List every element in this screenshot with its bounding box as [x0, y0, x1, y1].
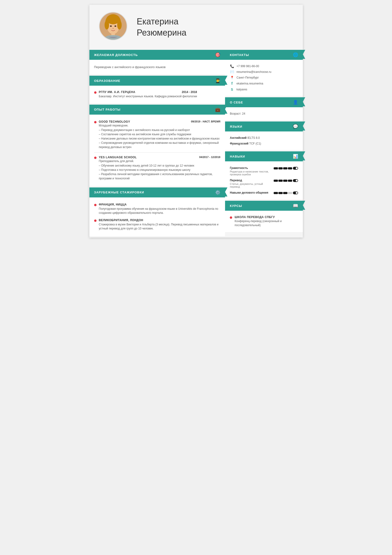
speech-icon: 💬 — [293, 124, 298, 129]
avatar-wrapper — [99, 12, 130, 43]
internships-header: ЗАРУБЕЖНЫЕ СТАЖИРОВКИ ⚙️ — [89, 187, 225, 197]
bar-seg — [278, 180, 283, 182]
header-section: Екатерина Резюмерина — [89, 5, 303, 50]
svg-point-8 — [112, 28, 114, 29]
bar-seg — [283, 167, 287, 169]
last-name: Резюмерина — [137, 27, 187, 38]
bar-seg — [283, 192, 287, 194]
svg-point-6 — [110, 25, 112, 27]
divider — [94, 152, 221, 153]
internships-body: ФРАНЦИЯ, НИЦЦА Полугодовая программа обу… — [89, 197, 225, 236]
bullet-icon — [94, 204, 97, 206]
experience-body: GOOD TECHNOLOGY 09/2019 - НАСТ. ВРЕМЯ Мл… — [89, 115, 225, 186]
intern-desc-2: Стажировка в музее Виктории и Альберта (… — [99, 223, 221, 231]
work-details-1: GOOD TECHNOLOGY 09/2019 - НАСТ. ВРЕМЯ Мл… — [99, 120, 221, 149]
first-name: Екатерина — [137, 16, 187, 27]
languages-header: ЯЗЫКИ 💬 — [225, 122, 303, 131]
avatar — [99, 12, 127, 40]
course-org-1: ШКОЛА ПЕРЕВОДА СПБГУ — [235, 215, 298, 219]
about-header: О СЕБЕ 👤 — [225, 97, 303, 107]
contact-location-text: Санкт-Петербург — [236, 76, 259, 79]
contacts-title: КОНТАКТЫ — [230, 53, 249, 57]
experience-title: ОПЫТ РАБОТЫ — [94, 108, 121, 111]
education-title: ОБРАЗОВАНИЕ — [94, 79, 121, 83]
lang-level-2: TCF (C1) — [249, 142, 261, 145]
bullet-icon — [94, 91, 97, 94]
work-org-2: YES LANGUAGE SCHOOL — [99, 156, 137, 159]
work-item-header-1: GOOD TECHNOLOGY 09/2019 - НАСТ. ВРЕМЯ — [99, 120, 221, 123]
skill-item-1: Грамотность Редактура и написание тексто… — [230, 165, 298, 177]
desired-position-body: Переводчик с английского и французского … — [89, 60, 225, 74]
bar-seg — [288, 180, 292, 182]
about-text: Возраст: 24 — [230, 111, 298, 117]
bullet-icon — [94, 121, 97, 123]
intern-desc-1: Полугодовая программа обучения на францу… — [99, 207, 221, 215]
target-icon: 🎯 — [215, 52, 220, 58]
intern-org-1: ФРАНЦИЯ, НИЦЦА — [99, 203, 221, 206]
book-icon: 📖 — [293, 203, 298, 208]
bullet-icon — [230, 216, 232, 219]
bar-seg — [274, 192, 278, 194]
edu-year: 2014 - 2018 — [182, 90, 197, 94]
contact-phone-text: +7 999 981-66-00 — [236, 65, 259, 68]
skill-row-3: Навыки делового общения — [230, 191, 298, 194]
skill-text-1: Грамотность Редактура и написание тексто… — [230, 166, 271, 176]
education-header: ОБРАЗОВАНИЕ 👨‍🎓 — [89, 76, 225, 86]
bar-seg — [278, 192, 283, 194]
lang-item-2: Французский TCF (C1) — [230, 141, 298, 146]
lang-item-1: Английский IELTS 8.0 — [230, 135, 298, 141]
intern-item-2: ВЕЛИКОБРИТАНИЯ, ЛОНДОН Стажировка в музе… — [94, 217, 221, 233]
intern-item-1: ФРАНЦИЯ, НИЦЦА Полугодовая программа обу… — [94, 201, 221, 217]
bar-seg — [274, 180, 278, 182]
about-title: О СЕБЕ — [230, 101, 243, 104]
contacts-header: КОНТАКТЫ 🌐 — [225, 50, 303, 60]
desired-position-text: Переводчик с английского и французского … — [94, 63, 221, 71]
contact-phone: 📞 +7 999 981-66-00 — [230, 63, 298, 69]
course-desc-1: Конференц-перевод (синхронный и последов… — [235, 219, 298, 227]
skype-icon: S — [230, 88, 234, 91]
svg-point-4 — [104, 20, 109, 29]
facebook-icon: f — [230, 81, 234, 86]
skill-bar-1 — [273, 166, 298, 170]
skill-text-3: Навыки делового общения — [230, 191, 271, 194]
lang-name-1: Английский — [230, 136, 246, 139]
education-item-header: РГПУ ИМ. А.И. ГЕРЦЕНА 2014 - 2018 — [99, 90, 197, 94]
education-details: РГПУ ИМ. А.И. ГЕРЦЕНА 2014 - 2018 Бакала… — [99, 90, 197, 98]
bar-seg — [274, 167, 278, 169]
bullet-icon — [94, 219, 97, 222]
skill-item-3: Навыки делового общения — [230, 190, 298, 196]
skill-desc-2: Статьи, документы, устный перевод — [230, 183, 271, 188]
education-icon: 👨‍🎓 — [215, 78, 220, 83]
briefcase-icon: 💼 — [215, 107, 220, 112]
bar-toggle — [293, 191, 298, 194]
header-name: Екатерина Резюмерина — [137, 16, 187, 38]
filter-icon: ⚙️ — [215, 190, 220, 195]
bar-seg — [283, 180, 287, 182]
work-period-1: 09/2019 - НАСТ. ВРЕМЯ — [191, 120, 220, 123]
courses-title: КУРСЫ — [230, 204, 242, 208]
contact-facebook: f ekaterina.resumerina — [230, 80, 298, 87]
courses-header: КУРСЫ 📖 — [225, 201, 303, 211]
internships-title: ЗАРУБЕЖНЫЕ СТАЖИРОВКИ — [94, 190, 144, 194]
skill-bar-2 — [273, 179, 298, 182]
contact-skype: S katyares — [230, 87, 298, 92]
left-column: ЖЕЛАЕМАЯ ДОЛЖНОСТЬ 🎯 Переводчик с англий… — [89, 50, 225, 238]
languages-body: Английский IELTS 8.0 Французский TCF (C1… — [225, 131, 303, 150]
phone-icon: 📞 — [230, 64, 234, 68]
chart-icon: 📊 — [293, 154, 298, 159]
skill-item-2: Перевод Статьи, документы, устный перево… — [230, 177, 298, 190]
contact-email-text: resumerina@icanchoose.ru — [236, 70, 271, 73]
skills-header: НАВЫКИ 📊 — [225, 151, 303, 161]
courses-body: ШКОЛА ПЕРЕВОДА СПБГУ Конференц-перевод (… — [225, 211, 303, 232]
skill-name-1: Грамотность — [230, 166, 271, 170]
edu-desc: Бакалавр. Институт иностранных языков. К… — [99, 95, 197, 98]
skill-desc-1: Редактура и написание текстов, проверка … — [230, 170, 271, 176]
contact-facebook-text: ekaterina.resumerina — [236, 82, 263, 85]
person-icon: 👤 — [293, 100, 298, 105]
work-details-2: YES LANGUAGE SCHOOL 04/2017 - 12/2018 Пр… — [99, 156, 221, 181]
work-role-2: Преподаватель для детей. — [99, 160, 221, 163]
bullet-icon — [94, 157, 97, 159]
skill-row-1: Грамотность Редактура и написание тексто… — [230, 166, 298, 176]
experience-header: ОПЫТ РАБОТЫ 💼 — [89, 105, 225, 115]
location-icon: 📍 — [230, 76, 234, 80]
